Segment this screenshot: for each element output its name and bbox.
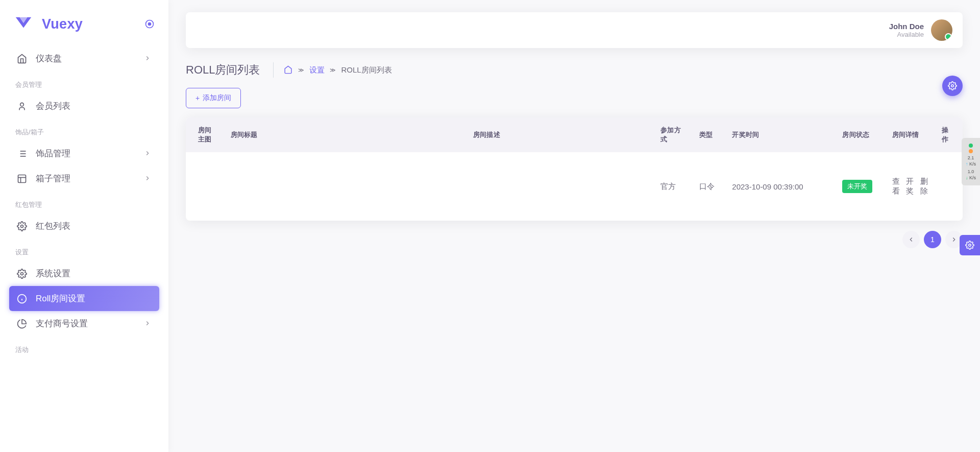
sidebar-item-member-list[interactable]: 会员列表 xyxy=(9,93,159,118)
gear-icon xyxy=(16,221,28,232)
table-header-actions: 操作 xyxy=(936,117,963,152)
main-content: John Doe Available ROLL房间列表 ≫ 设置 ≫ ROLL房… xyxy=(168,0,980,452)
svg-point-17 xyxy=(951,85,954,87)
sidebar-section-member: 会员管理 xyxy=(9,75,159,93)
radio-icon xyxy=(144,19,155,29)
sidebar-section-settings: 设置 xyxy=(9,243,159,261)
chevron-right-icon xyxy=(144,175,152,183)
avatar xyxy=(931,19,952,41)
table-header-type: 类型 xyxy=(693,117,726,152)
breadcrumb: ≫ 设置 ≫ ROLL房间列表 xyxy=(284,65,391,75)
svg-point-1 xyxy=(149,23,151,26)
page-title: ROLL房间列表 xyxy=(186,62,274,78)
cell-actions xyxy=(936,152,963,221)
brand-link[interactable]: Vuexy xyxy=(13,14,83,34)
sidebar-item-label: Roll房间设置 xyxy=(36,293,152,304)
sidebar-item-label: 系统设置 xyxy=(36,268,152,279)
cell-type: 口令 xyxy=(693,152,726,221)
breadcrumb-settings[interactable]: 设置 xyxy=(309,65,325,75)
page-prev-button[interactable] xyxy=(902,231,920,248)
pie-chart-icon xyxy=(16,318,28,329)
table-card: 房间主图 房间标题 房间描述 参加方式 类型 开奖时间 房间状态 房间详情 操作… xyxy=(186,117,963,221)
brand: Vuexy xyxy=(9,10,159,46)
sidebar-item-label: 仪表盘 xyxy=(36,53,136,64)
customizer-button[interactable] xyxy=(960,235,980,255)
cell-method: 官方 xyxy=(654,152,693,221)
action-draw[interactable]: 开奖 xyxy=(906,177,915,196)
brand-name: Vuexy xyxy=(42,16,83,32)
add-room-button[interactable]: + 添加房间 xyxy=(186,88,241,108)
breadcrumb-separator: ≫ xyxy=(330,67,336,74)
sidebar-section-ornament: 饰品/箱子 xyxy=(9,123,159,141)
table-header-image: 房间主图 xyxy=(186,117,225,152)
chevron-left-icon xyxy=(908,236,915,243)
table-header-desc: 房间描述 xyxy=(467,117,654,152)
chevron-right-icon xyxy=(144,150,152,158)
perf-down: 1.0↓ K/s xyxy=(964,169,978,181)
breadcrumb-home[interactable] xyxy=(284,65,293,75)
breadcrumb-separator: ≫ xyxy=(298,67,304,74)
chevron-right-icon xyxy=(144,320,152,328)
info-icon xyxy=(16,293,28,304)
status-dot-yellow xyxy=(969,149,973,153)
chevron-right-icon xyxy=(950,236,958,243)
sidebar-item-label: 箱子管理 xyxy=(36,173,136,184)
sidebar-item-system-settings[interactable]: 系统设置 xyxy=(9,261,159,286)
gear-icon xyxy=(965,241,974,250)
svg-point-13 xyxy=(21,272,23,275)
user-icon xyxy=(16,101,28,112)
sidebar-item-box-mgmt[interactable]: 箱子管理 xyxy=(9,166,159,191)
cell-status: 未开奖 xyxy=(836,152,886,221)
chevron-right-icon xyxy=(144,55,152,63)
page-header: ROLL房间列表 ≫ 设置 ≫ ROLL房间列表 xyxy=(186,62,963,78)
sidebar-item-redpack-list[interactable]: 红包列表 xyxy=(9,213,159,239)
header-settings-button[interactable] xyxy=(942,76,963,96)
gear-icon xyxy=(16,268,28,279)
sidebar-collapse-button[interactable] xyxy=(144,18,155,30)
user-name: John Doe xyxy=(889,22,924,31)
sidebar-item-dashboard[interactable]: 仪表盘 xyxy=(9,46,159,71)
navbar: John Doe Available xyxy=(186,12,963,48)
cell-desc xyxy=(467,152,654,221)
table-header-status: 房间状态 xyxy=(836,117,886,152)
pagination: 1 xyxy=(186,231,963,248)
performance-widget[interactable]: 2.1↑ K/s 1.0↓ K/s xyxy=(962,138,980,185)
sidebar: Vuexy 仪表盘 会员管理 会员列表 饰品/箱子 饰品管理 箱子管理 红包管理… xyxy=(0,0,168,452)
sidebar-section-activity: 活动 xyxy=(9,340,159,359)
action-view[interactable]: 查看 xyxy=(892,177,901,196)
cell-details: 查看 开奖 删除 xyxy=(886,152,936,221)
sidebar-item-label: 饰品管理 xyxy=(36,148,136,159)
perf-up: 2.1↑ K/s xyxy=(964,155,978,167)
sidebar-item-ornament-mgmt[interactable]: 饰品管理 xyxy=(9,141,159,166)
svg-point-18 xyxy=(969,244,971,247)
sidebar-item-roll-room-settings[interactable]: Roll房间设置 xyxy=(9,286,159,311)
user-menu[interactable]: John Doe Available xyxy=(889,19,952,41)
sidebar-item-payment-settings[interactable]: 支付商号设置 xyxy=(9,311,159,336)
user-status: Available xyxy=(889,31,924,38)
status-dot-green xyxy=(969,144,973,148)
list-icon xyxy=(16,148,28,159)
sidebar-item-label: 红包列表 xyxy=(36,220,152,232)
rooms-table: 房间主图 房间标题 房间描述 参加方式 类型 开奖时间 房间状态 房间详情 操作… xyxy=(186,117,963,221)
add-button-label: 添加房间 xyxy=(203,93,231,103)
cell-title xyxy=(225,152,467,221)
svg-point-2 xyxy=(20,103,24,106)
status-badge: 未开奖 xyxy=(842,180,872,193)
sidebar-item-label: 支付商号设置 xyxy=(36,318,136,329)
table-header-details: 房间详情 xyxy=(886,117,936,152)
svg-point-12 xyxy=(21,225,23,227)
sidebar-section-redpack: 红包管理 xyxy=(9,195,159,213)
table-header-title: 房间标题 xyxy=(225,117,467,152)
table-row: 官方 口令 2023-10-09 00:39:00 未开奖 查看 开奖 删除 xyxy=(186,152,963,221)
page-number-1[interactable]: 1 xyxy=(924,231,941,248)
gear-icon xyxy=(948,81,957,90)
action-delete[interactable]: 删除 xyxy=(920,177,929,196)
user-text: John Doe Available xyxy=(889,22,924,38)
brand-logo-icon xyxy=(13,14,34,34)
plus-icon: + xyxy=(195,94,200,102)
layout-icon xyxy=(16,173,28,184)
home-icon xyxy=(16,53,28,64)
table-header-method: 参加方式 xyxy=(654,117,693,152)
breadcrumb-current: ROLL房间列表 xyxy=(341,65,391,75)
table-header-row: 房间主图 房间标题 房间描述 参加方式 类型 开奖时间 房间状态 房间详情 操作 xyxy=(186,117,963,152)
